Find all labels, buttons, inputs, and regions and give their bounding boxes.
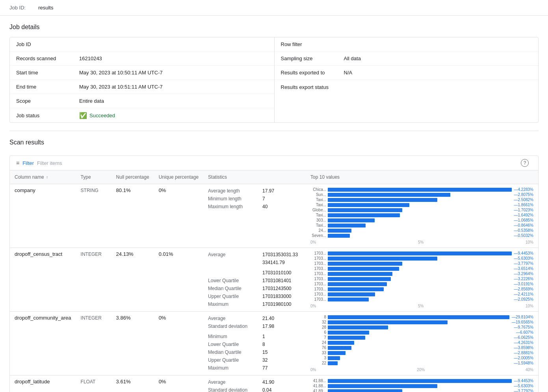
bar-label: 41.88... — [310, 379, 326, 383]
bar-fill — [328, 193, 450, 197]
bar-label: 41.88... — [310, 384, 326, 388]
detail-label-jobid: Job ID — [16, 41, 79, 47]
col-header-name[interactable]: Column name ↑ — [10, 170, 76, 184]
cell-top10: 1703... —9.4453% 1703... —5.6303% 1703..… — [306, 248, 538, 312]
col-header-top10: Top 10 values — [306, 170, 538, 184]
detail-label-scope: Scope — [16, 98, 79, 104]
col-header-name-label: Column name — [15, 174, 44, 180]
col-header-unique[interactable]: Unique percentage — [154, 170, 203, 184]
bar-fill — [328, 315, 509, 319]
cell-unique-pct: 0% — [154, 312, 203, 375]
bar-wrap — [328, 229, 511, 233]
bar-fill — [328, 389, 402, 392]
stat-value: 41.90 — [262, 379, 274, 385]
stat-label: Lower Quartile — [208, 342, 259, 347]
bar-row: 8 —29.8104% — [310, 315, 533, 319]
bar-fill — [328, 336, 365, 340]
bar-label: 24 — [310, 340, 326, 345]
bar-label: 1703... — [310, 266, 326, 271]
bar-fill — [328, 346, 351, 350]
status-check-icon: ✅ — [79, 112, 87, 119]
bar-label: 33 — [310, 351, 326, 355]
column-name-text: company — [15, 187, 35, 193]
bar-label: Chica... — [310, 187, 326, 192]
cell-null-pct: 80.1% — [111, 184, 154, 248]
cell-top10: Chica... —4.2283% Sun... —2.8075% Taxi..… — [306, 184, 538, 248]
detail-row-resultsexportstatus: Results export status — [275, 80, 539, 94]
help-icon[interactable]: ? — [521, 159, 529, 167]
status-text: Succeeded — [89, 113, 115, 118]
bar-pct: —3.7797% — [514, 261, 533, 266]
bar-fill — [328, 203, 409, 207]
bar-row: Taxi... —2.5082% — [310, 198, 533, 202]
bar-fill — [328, 341, 354, 345]
bar-row: Taxi... —1.6492% — [310, 213, 533, 217]
bar-fill — [328, 277, 391, 281]
detail-value-jobstatus: ✅ Succeeded — [79, 112, 115, 119]
detail-row-records: Records scanned 16210243 — [10, 52, 274, 66]
col-header-null[interactable]: Null percentage — [111, 170, 154, 184]
bar-fill — [328, 188, 511, 192]
bar-label: Taxi... — [310, 213, 326, 217]
stat-value: 17031833000 — [262, 294, 291, 299]
cell-column-name: dropoff_community_area — [10, 312, 76, 375]
detail-value-samplingsize: All data — [344, 55, 361, 61]
stat-label: Average — [208, 316, 259, 321]
stat-value: 8 — [262, 342, 265, 347]
column-name-text: dropoff_latitude — [15, 379, 50, 385]
detail-label-records: Records scanned — [16, 55, 79, 61]
bar-label: 8 — [310, 315, 326, 319]
cell-null-pct: 3.86% — [111, 312, 154, 375]
stat-label: Median Quartile — [208, 286, 259, 291]
stat-value: 334141.79 — [262, 260, 285, 265]
bar-pct: —0.5032% — [514, 233, 533, 238]
bar-wrap — [328, 257, 511, 261]
bar-row: 6 —6.607% — [310, 330, 533, 335]
bar-pct: —29.8104% — [512, 315, 533, 319]
filter-label[interactable]: Filter — [22, 160, 34, 166]
job-id-label: Job ID: — [9, 5, 26, 11]
bar-row: 1703... —2.4211% — [310, 292, 533, 296]
bar-label: 1703... — [310, 292, 326, 296]
top-bar: Job ID: results — [0, 0, 548, 16]
bar-wrap — [328, 224, 511, 227]
bar-wrap — [328, 234, 511, 238]
table-row: dropoff_census_tract INTEGER 24.13% 0.01… — [10, 248, 538, 312]
bar-label: 22 — [310, 361, 326, 365]
bar-pct: —3.7797% — [514, 389, 533, 392]
bar-pct: —3.0191% — [514, 282, 533, 286]
bar-pct: —6.607% — [516, 330, 533, 335]
bar-pct: —2.0925% — [514, 297, 533, 301]
stat-label: Standard deviation — [208, 324, 259, 329]
table-row: dropoff_community_area INTEGER 3.86% 0% … — [10, 312, 538, 375]
stat-label — [208, 270, 259, 276]
bar-pct: —3.2226% — [514, 277, 533, 281]
type-badge: INTEGER — [81, 251, 102, 257]
detail-value-starttime: May 30, 2023 at 10:50:11 AM UTC-7 — [79, 70, 163, 76]
table-header-row: Column name ↑ Type Null percentage Uniqu… — [10, 170, 538, 184]
detail-row-rowfilter: Row filter — [275, 37, 539, 52]
bar-pct: —2.8075% — [514, 192, 533, 197]
bar-fill — [328, 251, 511, 255]
bar-row: Chica... —4.2283% — [310, 187, 533, 192]
stat-label: Average length — [208, 188, 259, 194]
bar-wrap — [328, 384, 511, 388]
filter-icon: ≡ — [16, 160, 19, 166]
job-details-section: Job details Job ID Records scanned 16210… — [0, 16, 548, 131]
bar-fill — [328, 292, 375, 296]
bar-pct: —3.2964% — [514, 272, 533, 276]
scan-results-title: Scan results — [9, 139, 539, 146]
cell-null-pct: 24.13% — [111, 248, 154, 312]
stat-value: 17.97 — [262, 188, 274, 194]
bar-row: 41.88... —9.4453% — [310, 379, 533, 383]
detail-value-resultsexportedto: N/A — [344, 70, 353, 76]
bar-label: 1703... — [310, 251, 326, 255]
bar-fill — [328, 229, 351, 233]
detail-row-scope: Scope Entire data — [10, 94, 274, 108]
col-header-type[interactable]: Type — [76, 170, 111, 184]
col-header-stats: Statistics — [203, 170, 306, 184]
cell-unique-pct: 0% — [154, 375, 203, 392]
bar-wrap — [328, 336, 511, 340]
bar-label: 1703... — [310, 272, 326, 276]
bar-pct: —3.6514% — [514, 266, 533, 271]
